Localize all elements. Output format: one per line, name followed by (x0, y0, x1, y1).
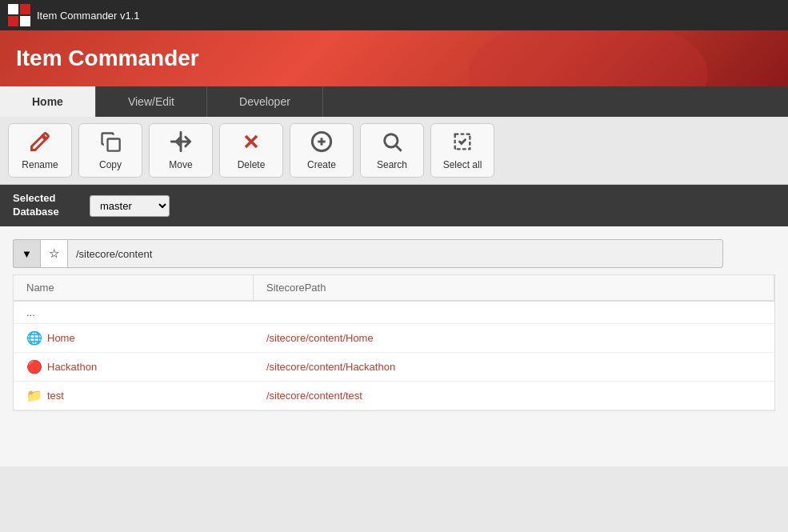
rename-button[interactable]: Rename (8, 123, 72, 178)
delete-label: Delete (238, 159, 266, 170)
path-input[interactable] (67, 239, 723, 268)
home-file-icon: 🌐 (26, 330, 42, 346)
create-icon (310, 130, 333, 156)
create-label: Create (307, 159, 336, 170)
dropdown-icon: ▼ (22, 248, 32, 260)
col-header-name: Name (14, 275, 254, 300)
select-all-label: Select all (443, 159, 482, 170)
file-path-hackathon: /sitecore/content/Hackathon (254, 358, 774, 376)
search-label: Search (377, 159, 407, 170)
app-logo: Item Commander v1.1 (8, 4, 140, 26)
select-all-button[interactable]: Select all (430, 123, 494, 178)
logo-cell-1 (8, 4, 18, 14)
copy-button[interactable]: Copy (78, 123, 142, 178)
logo-cell-4 (20, 16, 30, 26)
delete-icon (240, 130, 262, 156)
table-row[interactable]: 📁 test /sitecore/content/test (14, 382, 774, 410)
col-header-path: SitecorePath (254, 275, 774, 300)
rename-label: Rename (22, 159, 58, 170)
test-file-icon: 📁 (26, 388, 42, 403)
app-title: Item Commander v1.1 (37, 10, 140, 22)
file-name-home[interactable]: Home (47, 332, 75, 344)
content-area: ▼ ☆ Name SitecorePath ... 🌐 Home /siteco… (0, 226, 788, 466)
svg-line-7 (396, 146, 401, 150)
title-bar: Item Commander v1.1 (0, 0, 788, 30)
database-select[interactable]: master web core (90, 195, 170, 217)
file-ellipsis: ... (14, 302, 774, 324)
file-path-test: /sitecore/content/test (254, 386, 774, 405)
hackathon-file-icon: 🔴 (26, 359, 42, 374)
star-icon: ☆ (49, 246, 59, 261)
tab-developer[interactable]: Developer (207, 86, 323, 117)
svg-rect-0 (108, 139, 120, 151)
move-label: Move (169, 159, 192, 170)
table-row[interactable]: 🔴 Hackathon /sitecore/content/Hackathon (14, 353, 774, 382)
search-button[interactable]: Search (360, 123, 424, 178)
tab-home[interactable]: Home (0, 86, 96, 117)
create-button[interactable]: Create (290, 123, 354, 178)
path-bar: ▼ ☆ (13, 239, 775, 268)
move-button[interactable]: Move (149, 123, 213, 178)
path-star-button[interactable]: ☆ (40, 239, 67, 268)
copy-label: Copy (99, 159, 122, 170)
file-table-header: Name SitecorePath (14, 275, 774, 302)
banner-title: Item Commander (16, 46, 199, 71)
file-name-cell: 📁 test (14, 385, 254, 406)
select-all-icon (451, 130, 474, 156)
file-name-hackathon[interactable]: Hackathon (47, 361, 97, 373)
svg-point-6 (385, 134, 398, 147)
toolbar: Rename Copy Move Delete (0, 117, 788, 185)
banner: Item Commander (0, 30, 788, 86)
file-name-test[interactable]: test (47, 390, 64, 402)
rename-icon (29, 130, 51, 156)
search-icon (381, 130, 403, 156)
logo-cell-3 (8, 16, 18, 26)
file-path-home: /sitecore/content/Home (254, 329, 774, 347)
logo-cell-2 (20, 4, 30, 14)
nav-tabs: Home View/Edit Developer (0, 86, 788, 117)
copy-icon (99, 130, 122, 156)
tab-view-edit[interactable]: View/Edit (96, 86, 207, 117)
delete-button[interactable]: Delete (219, 123, 283, 178)
move-icon (170, 130, 192, 156)
db-label: Selected Database (13, 192, 77, 219)
file-table: Name SitecorePath ... 🌐 Home /sitecore/c… (13, 274, 775, 411)
table-row[interactable]: 🌐 Home /sitecore/content/Home (14, 324, 774, 353)
path-dropdown-button[interactable]: ▼ (13, 239, 40, 268)
file-name-cell: 🌐 Home (14, 327, 254, 349)
logo-grid (8, 4, 30, 26)
db-bar: Selected Database master web core (0, 185, 788, 226)
file-name-cell: 🔴 Hackathon (14, 356, 254, 378)
